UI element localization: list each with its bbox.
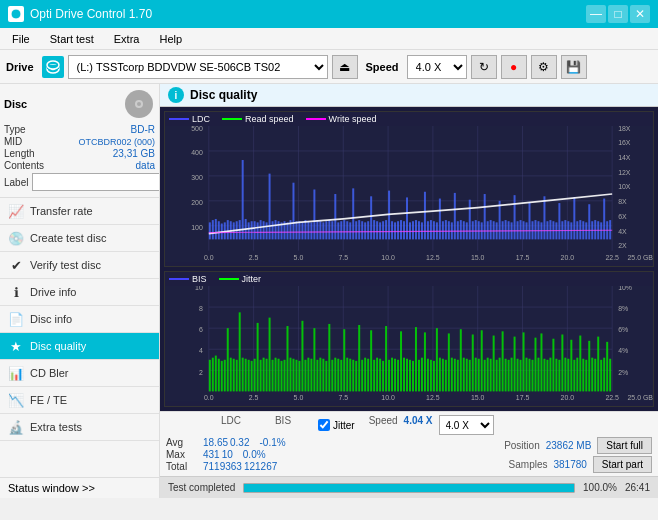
nav-cd-bler-label: CD Bler (30, 367, 69, 379)
progress-time: 26:41 (625, 482, 650, 493)
svg-rect-69 (272, 221, 274, 239)
nav-transfer-rate-label: Transfer rate (30, 205, 93, 217)
svg-rect-339 (567, 359, 569, 392)
svg-rect-123 (433, 221, 435, 239)
svg-rect-136 (472, 221, 474, 239)
svg-text:2.5: 2.5 (249, 252, 259, 262)
svg-rect-257 (322, 359, 324, 392)
svg-rect-95 (349, 222, 351, 239)
svg-rect-118 (418, 221, 420, 239)
svg-rect-285 (406, 359, 408, 392)
svg-text:4%: 4% (618, 347, 629, 355)
svg-rect-130 (454, 193, 456, 239)
nav-disc-quality[interactable]: ★ Disc quality (0, 333, 159, 360)
bis-legend-bis: BIS (169, 274, 207, 284)
svg-rect-291 (424, 332, 426, 391)
left-panel: Disc Type BD-R MID OTCBDR002 (000) Leng (0, 84, 160, 498)
svg-rect-321 (514, 337, 516, 392)
nav-verify-test-disc-label: Verify test disc (30, 259, 101, 271)
svg-rect-170 (573, 197, 575, 239)
svg-rect-272 (367, 359, 369, 392)
svg-text:10X: 10X (618, 182, 630, 192)
svg-rect-54 (227, 220, 229, 239)
svg-rect-220 (212, 358, 214, 392)
minimize-button[interactable]: — (586, 5, 606, 23)
svg-rect-150 (514, 195, 516, 239)
svg-rect-141 (487, 221, 489, 239)
svg-rect-68 (269, 174, 271, 240)
progress-track (243, 483, 575, 493)
max-ldc: 431 (203, 449, 220, 460)
disc-quality-icon-header: i (168, 87, 184, 103)
nav-cd-bler[interactable]: 📊 CD Bler (0, 360, 159, 387)
settings-button[interactable]: ⚙ (531, 55, 557, 79)
svg-rect-229 (239, 312, 241, 391)
svg-rect-116 (412, 221, 414, 239)
svg-rect-78 (298, 221, 300, 239)
label-text: Label (4, 177, 28, 188)
svg-rect-297 (442, 359, 444, 392)
menu-file[interactable]: File (4, 31, 38, 47)
disc-mid-value: OTCBDR002 (000) (78, 137, 155, 147)
svg-rect-282 (397, 360, 399, 392)
svg-text:8%: 8% (618, 305, 629, 313)
save-button[interactable]: 💾 (561, 55, 587, 79)
ldc-chart-svg: 500 400 300 200 100 18X 16X 14X 12X 10X … (165, 126, 653, 262)
svg-rect-103 (373, 220, 375, 239)
ldc-legend-ldc-label: LDC (192, 114, 210, 124)
svg-rect-74 (287, 222, 289, 239)
close-button[interactable]: ✕ (630, 5, 650, 23)
nav-verify-test-disc[interactable]: ✔ Verify test disc (0, 252, 159, 279)
menu-help[interactable]: Help (151, 31, 190, 47)
bottom-stats-area: LDC BIS Jitter Speed 4.04 X 4.0 X (160, 411, 658, 498)
svg-rect-180 (603, 199, 605, 240)
status-window-bar[interactable]: Status window >> (0, 477, 159, 498)
nav-drive-info[interactable]: ℹ Drive info (0, 279, 159, 306)
svg-rect-109 (391, 221, 393, 239)
svg-rect-222 (218, 359, 220, 392)
maximize-button[interactable]: □ (608, 5, 628, 23)
avg-row: Avg 18.65 0.32 -0.1% (166, 437, 500, 448)
drive-select[interactable]: (L:) TSSTcorp BDDVDW SE-506CB TS02 (68, 55, 328, 79)
svg-rect-307 (472, 335, 474, 392)
nav-transfer-rate[interactable]: 📈 Transfer rate (0, 198, 159, 225)
start-full-button[interactable]: Start full (597, 437, 652, 454)
svg-rect-126 (442, 221, 444, 239)
svg-rect-271 (364, 358, 366, 392)
speed-select[interactable]: 4.0 X (407, 55, 467, 79)
label-input[interactable] (32, 173, 160, 191)
svg-text:10: 10 (195, 286, 203, 292)
record-button[interactable]: ● (501, 55, 527, 79)
nav-fe-te[interactable]: 📉 FE / TE (0, 387, 159, 414)
eject-button[interactable]: ⏏ (332, 55, 358, 79)
start-part-button[interactable]: Start part (593, 456, 652, 473)
svg-rect-231 (245, 359, 247, 392)
nav-extra-tests[interactable]: 🔬 Extra tests (0, 414, 159, 441)
menu-extra[interactable]: Extra (106, 31, 148, 47)
svg-rect-288 (415, 327, 417, 391)
svg-rect-330 (540, 333, 542, 391)
svg-rect-352 (606, 342, 608, 392)
menu-starttest[interactable]: Start test (42, 31, 102, 47)
svg-rect-341 (573, 360, 575, 392)
jitter-checkbox-area[interactable]: Jitter (318, 415, 355, 435)
nav-drive-info-label: Drive info (30, 286, 76, 298)
ldc-color (169, 118, 189, 120)
svg-text:6%: 6% (618, 326, 629, 334)
svg-text:10%: 10% (618, 286, 633, 292)
svg-rect-312 (487, 358, 489, 392)
svg-rect-292 (427, 359, 429, 392)
menubar: File Start test Extra Help (0, 28, 658, 50)
svg-rect-100 (364, 222, 366, 239)
nav-items: 📈 Transfer rate 💿 Create test disc ✔ Ver… (0, 198, 159, 477)
svg-rect-80 (304, 220, 306, 239)
svg-rect-219 (209, 360, 211, 392)
speed-select2[interactable]: 4.0 X (439, 415, 494, 435)
nav-disc-info[interactable]: 📄 Disc info (0, 306, 159, 333)
nav-create-test-disc[interactable]: 💿 Create test disc (0, 225, 159, 252)
bis-header: BIS (258, 415, 308, 435)
speed-value: 4.04 X (404, 415, 433, 435)
jitter-checkbox[interactable] (318, 419, 330, 431)
refresh-button[interactable]: ↻ (471, 55, 497, 79)
svg-text:8: 8 (199, 305, 203, 313)
